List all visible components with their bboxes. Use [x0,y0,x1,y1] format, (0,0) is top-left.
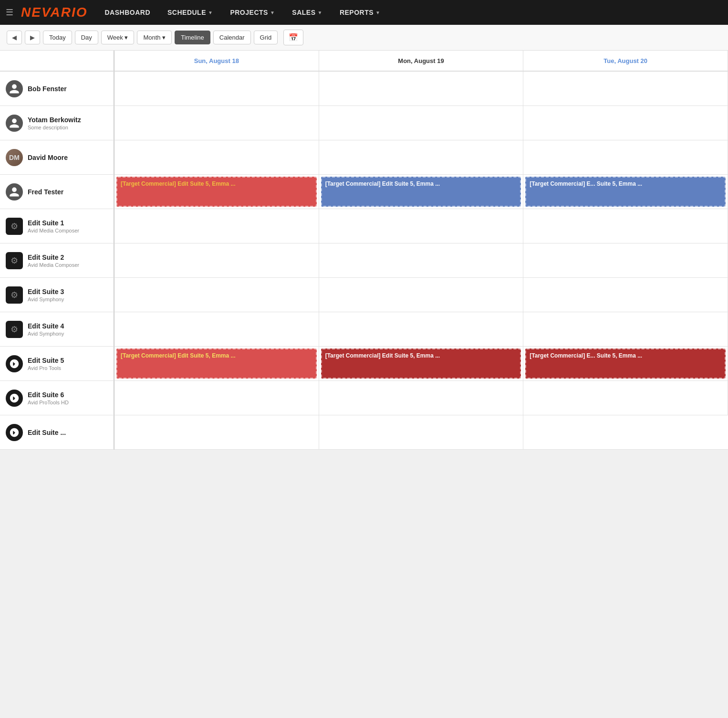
next-button[interactable]: ▶ [25,31,40,44]
avatar-suite-extra [6,424,23,441]
resource-info-fred: Fred Tester [28,188,63,196]
cell-suite6-tue[interactable] [523,381,728,415]
cell-bob-mon[interactable] [319,72,524,106]
cell-extra-sun[interactable] [114,415,319,450]
cell-yotam-sun[interactable] [114,106,319,140]
header-label-col [0,51,114,72]
cell-suite3-sun[interactable] [114,278,319,312]
timeline-button[interactable]: Timeline [175,31,210,44]
resource-david: DM David Moore [0,140,114,175]
cell-suite5-tue[interactable]: [Target Commercial] E... Suite 5, Emma .… [523,347,728,381]
rocket-icon [9,427,20,438]
avatar-suite5 [6,355,23,372]
resource-info-bob: Bob Fenster [28,85,67,93]
resource-info-suite5: Edit Suite 5 Avid Pro Tools [28,357,64,371]
schedule-container: Sun, August 18 Mon, August 19 Tue, Augus… [0,51,728,450]
cell-david-sun[interactable] [114,140,319,175]
schedule-grid: Sun, August 18 Mon, August 19 Tue, Augus… [0,51,728,450]
nav-links: DASHBOARD SCHEDULE ▼ PROJECTS ▼ SALES ▼ … [96,0,389,25]
nav-reports[interactable]: REPORTS ▼ [331,0,389,25]
month-button[interactable]: Month ▾ [137,31,172,44]
cell-fred-sun[interactable]: [Target Commercial] Edit Suite 5, Emma .… [114,175,319,209]
nav-dashboard[interactable]: DASHBOARD [96,0,159,25]
avatar-bob-fenster [6,80,23,97]
nav-schedule[interactable]: SCHEDULE ▼ [159,0,221,25]
today-button[interactable]: Today [43,31,72,44]
cell-suite4-sun[interactable] [114,312,319,347]
cell-suite5-sun[interactable]: [Target Commercial] Edit Suite 5, Emma .… [114,347,319,381]
resource-suite2: ⚙ Edit Suite 2 Avid Media Composer [0,243,114,278]
nav-projects[interactable]: PROJECTS ▼ [221,0,283,25]
projects-arrow: ▼ [270,10,275,15]
resource-suite5: Edit Suite 5 Avid Pro Tools [0,347,114,381]
event-fred-sun[interactable]: [Target Commercial] Edit Suite 5, Emma .… [116,177,317,207]
cell-fred-tue[interactable]: [Target Commercial] E... Suite 5, Emma .… [523,175,728,209]
resource-info-suite2: Edit Suite 2 Avid Media Composer [28,253,79,268]
resource-suite6: Edit Suite 6 Avid ProTools HD [0,381,114,415]
logo-text: NEVARIO [21,5,88,20]
grid-button[interactable]: Grid [254,31,278,44]
event-fred-mon[interactable]: [Target Commercial] Edit Suite 5, Emma .… [321,177,521,207]
week-button[interactable]: Week ▾ [101,31,135,44]
cell-fred-mon[interactable]: [Target Commercial] Edit Suite 5, Emma .… [319,175,524,209]
cell-bob-sun[interactable] [114,72,319,106]
cell-suite3-mon[interactable] [319,278,524,312]
cell-extra-tue[interactable] [523,415,728,450]
event-suite5-sun[interactable]: [Target Commercial] Edit Suite 5, Emma .… [116,348,317,379]
sales-arrow: ▼ [317,10,322,15]
resource-fred: Fred Tester [0,175,114,209]
person-icon [9,83,20,95]
cell-david-tue[interactable] [523,140,728,175]
resource-bob-fenster: Bob Fenster [0,72,114,106]
logo: NEVARIO [21,5,88,20]
cell-suite2-tue[interactable] [523,243,728,278]
menu-icon[interactable]: ☰ [6,7,13,18]
cell-suite2-sun[interactable] [114,243,319,278]
cell-yotam-tue[interactable] [523,106,728,140]
resource-info-yotam: Yotam Berkowitz Some description [28,116,81,130]
calendar-button[interactable]: Calendar [213,31,251,44]
resource-info-suite1: Edit Suite 1 Avid Media Composer [28,219,79,233]
cell-suite3-tue[interactable] [523,278,728,312]
person-icon [9,117,20,129]
resource-suite1: ⚙ Edit Suite 1 Avid Media Composer [0,209,114,243]
reports-arrow: ▼ [375,10,380,15]
rocket-icon [9,359,20,369]
avatar-fred [6,183,23,201]
cell-extra-mon[interactable] [319,415,524,450]
cell-suite6-mon[interactable] [319,381,524,415]
event-fred-tue[interactable]: [Target Commercial] E... Suite 5, Emma .… [525,177,726,207]
event-suite5-tue[interactable]: [Target Commercial] E... Suite 5, Emma .… [525,348,726,379]
navbar: ☰ NEVARIO DASHBOARD SCHEDULE ▼ PROJECTS … [0,0,728,25]
avatar-suite4: ⚙ [6,321,23,338]
event-suite5-mon[interactable]: [Target Commercial] Edit Suite 5, Emma .… [321,348,521,379]
avatar-david: DM [6,149,23,166]
cell-suite4-mon[interactable] [319,312,524,347]
person-icon [9,186,20,198]
nav-sales[interactable]: SALES ▼ [283,0,331,25]
cell-suite1-tue[interactable] [523,209,728,243]
cell-suite4-tue[interactable] [523,312,728,347]
resource-info-david: David Moore [28,154,68,161]
prev-button[interactable]: ◀ [7,31,22,44]
avatar-suite6 [6,390,23,407]
cell-david-mon[interactable] [319,140,524,175]
cell-yotam-mon[interactable] [319,106,524,140]
cell-suite5-mon[interactable]: [Target Commercial] Edit Suite 5, Emma .… [319,347,524,381]
avatar-suite2: ⚙ [6,252,23,269]
header-tuesday: Tue, August 20 [523,51,728,72]
day-button[interactable]: Day [75,31,98,44]
avatar-suite1: ⚙ [6,218,23,235]
resource-yotam: Yotam Berkowitz Some description [0,106,114,140]
resource-info-suite6: Edit Suite 6 Avid ProTools HD [28,391,69,405]
cell-suite6-sun[interactable] [114,381,319,415]
avatar-suite3: ⚙ [6,286,23,304]
cell-suite1-mon[interactable] [319,209,524,243]
cell-bob-tue[interactable] [523,72,728,106]
cell-suite2-mon[interactable] [319,243,524,278]
header-sunday: Sun, August 18 [114,51,319,72]
cell-suite1-sun[interactable] [114,209,319,243]
toolbar: ◀ ▶ Today Day Week ▾ Month ▾ Timeline Ca… [0,25,728,51]
calendar-icon-button[interactable]: 📅 [283,30,303,45]
resource-info-suite4: Edit Suite 4 Avid Symphony [28,322,64,337]
